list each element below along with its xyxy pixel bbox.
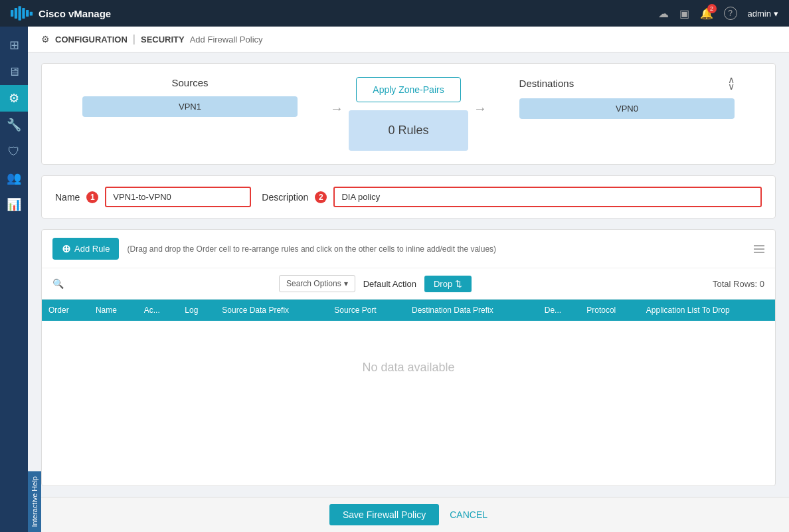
main-layout: ⊞ 🖥 ⚙ 🔧 🛡 👥 📊 Interactive Help ⚙ CONFIGU… [0,27,789,532]
desc-input[interactable] [333,187,762,207]
name-label: Name [55,192,80,203]
svg-rect-0 [11,10,13,17]
zone-flow: Sources VPN1 → Apply Zone-Pairs 0 Rules … [55,77,762,151]
cancel-button[interactable]: CANCEL [450,509,487,520]
svg-rect-1 [15,8,17,19]
col-log: Log [178,300,215,321]
col-name: Name [89,300,137,321]
arrow-right-icon: → [468,101,492,116]
rules-toolbar: ⊕ Add Rule (Drag and drop the Order cell… [42,230,775,268]
admin-label: admin [748,9,771,19]
interactive-help-tab[interactable]: Interactive Help [28,471,41,532]
col-order: Order [42,300,89,321]
search-row: 🔍 Search Options ▾ Default Action Drop ⇅… [42,268,775,300]
breadcrumb-separator: | [133,33,135,45]
apply-zone-section: Apply Zone-Pairs 0 Rules [349,77,468,151]
collapse-icon[interactable]: ∧ ∨ [728,77,735,90]
total-rows-label: Total Rows: 0 [713,279,764,289]
breadcrumb-page: Add Firewall Policy [190,35,263,44]
search-icon: 🔍 [52,278,64,289]
destinations-section: Destinations ∧ ∨ VPN0 [492,77,762,119]
sidebar-item-tools[interactable]: 🔧 [0,112,28,138]
sidebar-item-grid[interactable]: ⊞ [0,32,28,58]
help-icon[interactable]: ? [724,7,737,20]
menu-icon-wrap[interactable] [754,245,764,253]
drop-chevron-icon: ⇅ [455,279,462,289]
nav-left: Cisco vManage [11,6,111,21]
sources-title: Sources [171,77,208,88]
col-ac: Ac... [137,300,179,321]
hamburger-icon[interactable] [754,245,764,253]
desc-number: 2 [315,191,327,203]
sources-section: Sources VPN1 [55,77,325,117]
sidebar-item-chart[interactable]: 📊 [0,191,28,218]
no-data-cell: No data available [42,321,775,414]
admin-chevron-icon: ▾ [774,9,778,19]
admin-menu[interactable]: admin ▾ [748,9,778,19]
col-app-list: Application List To Drop [640,300,775,321]
breadcrumb-subsection: SECURITY [141,35,185,44]
desc-label: Description [262,192,308,203]
name-group: Name 1 [55,187,251,207]
search-input[interactable] [72,279,271,289]
top-navbar: Cisco vManage ☁ ▣ 🔔 2 ? admin ▾ [0,0,789,27]
search-options-label: Search Options [286,279,341,288]
table-header-row: Order Name Ac... Log Source Data Prefix … [42,300,775,321]
add-rule-label: Add Rule [74,244,110,254]
name-input[interactable] [105,187,251,207]
rules-section: ⊕ Add Rule (Drag and drop the Order cell… [41,229,776,486]
breadcrumb-section: CONFIGURATION [55,35,128,44]
rules-table: Order Name Ac... Log Source Data Prefix … [42,300,775,414]
svg-rect-2 [19,6,21,21]
no-data-row: No data available [42,321,775,414]
col-source-port: Source Port [327,300,405,321]
col-dest-data-prefix: Destination Data Prefix [405,300,538,321]
svg-rect-3 [22,8,25,19]
drop-label: Drop [434,279,452,289]
screen-icon[interactable]: ▣ [679,7,689,20]
desc-group: Description 2 [262,187,762,207]
name-number: 1 [86,191,98,203]
sidebar-item-monitor[interactable]: 🖥 [0,58,28,85]
content-area: ⚙ CONFIGURATION | SECURITY Add Firewall … [28,27,789,532]
svg-rect-4 [26,10,29,17]
bottom-bar: Save Firewall Policy CANCEL [28,497,789,532]
default-action-label: Default Action [363,279,416,289]
sidebar-item-users[interactable]: 👥 [0,165,28,191]
dest-vpn-box: VPN0 [519,98,735,119]
cisco-logo: Cisco vManage [11,6,111,21]
bell-icon[interactable]: 🔔 2 [700,7,713,20]
drag-hint: (Drag and drop the Order cell to re-arra… [127,244,496,254]
gear-breadcrumb-icon: ⚙ [41,34,50,44]
rules-count-box: 0 Rules [349,110,468,151]
nav-right: ☁ ▣ 🔔 2 ? admin ▾ [658,7,778,20]
add-rule-button[interactable]: ⊕ Add Rule [52,238,119,260]
svg-rect-5 [30,12,33,16]
source-vpn-box: VPN1 [82,96,298,117]
search-options-chevron-icon: ▾ [344,279,348,288]
col-source-data-prefix: Source Data Prefix [215,300,327,321]
zone-panel: Sources VPN1 → Apply Zone-Pairs 0 Rules … [41,63,776,165]
arrow-left-icon: → [325,101,349,116]
destinations-title: Destinations [519,78,574,89]
search-options-button[interactable]: Search Options ▾ [279,275,355,292]
sidebar: ⊞ 🖥 ⚙ 🔧 🛡 👥 📊 Interactive Help [0,27,28,532]
breadcrumb: ⚙ CONFIGURATION | SECURITY Add Firewall … [28,27,789,52]
policy-form-row: Name 1 Description 2 [41,175,776,219]
notification-badge: 2 [707,4,717,13]
sidebar-item-gear[interactable]: ⚙ [0,85,28,112]
save-firewall-policy-button[interactable]: Save Firewall Policy [329,504,439,525]
page-body: Sources VPN1 → Apply Zone-Pairs 0 Rules … [28,52,789,497]
col-de: De... [538,300,580,321]
cloud-icon[interactable]: ☁ [658,7,669,20]
apply-zone-pairs-button[interactable]: Apply Zone-Pairs [356,77,460,102]
col-protocol: Protocol [580,300,640,321]
plus-icon: ⊕ [62,242,70,255]
app-title: Cisco vManage [39,8,111,19]
sidebar-item-shield[interactable]: 🛡 [0,138,28,165]
drop-button[interactable]: Drop ⇅ [424,276,472,292]
